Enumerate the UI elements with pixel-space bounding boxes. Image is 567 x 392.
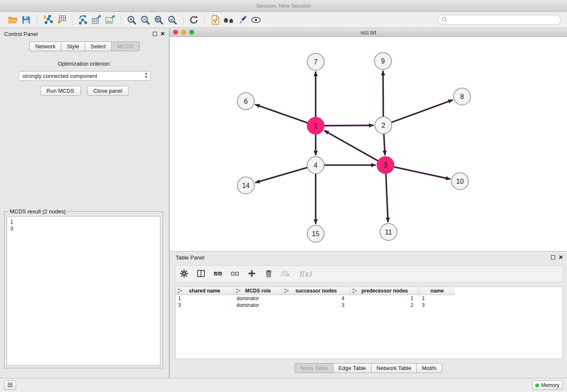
mcds-result-title: MCDS result (2 nodes) xyxy=(8,208,67,215)
tab-network[interactable]: Network xyxy=(29,41,61,51)
mcds-result-item[interactable]: 1 xyxy=(10,218,157,225)
search-input[interactable] xyxy=(450,17,557,23)
column-header-mcds-role[interactable]: MCDS role xyxy=(234,287,282,295)
sort-icon xyxy=(236,288,241,295)
graph-node-label-14: 14 xyxy=(242,182,250,189)
zoom-out-button[interactable] xyxy=(138,14,152,26)
import-table-button[interactable] xyxy=(55,14,68,26)
mcds-result-list[interactable]: 1 3 xyxy=(7,216,160,365)
cell-successor-nodes[interactable]: 3 xyxy=(282,302,350,309)
sort-icon xyxy=(284,288,289,295)
toolbar-separator xyxy=(121,14,121,25)
export-image-icon xyxy=(105,14,116,25)
cell-mcds-role[interactable]: dominator xyxy=(234,302,282,309)
column-header-successor-nodes[interactable]: successor nodes xyxy=(282,287,350,295)
float-table-panel-icon[interactable] xyxy=(551,255,555,259)
select-all-icon xyxy=(213,269,223,279)
network-canvas-svg[interactable]: 7968124314101511 xyxy=(170,37,567,251)
table-row[interactable]: 3 dominator 3 2 3 xyxy=(176,302,562,309)
graph-edge-3-1[interactable] xyxy=(324,130,379,161)
plus-icon xyxy=(247,269,256,279)
graph-edge-2-3[interactable] xyxy=(384,133,385,155)
select-all-button[interactable] xyxy=(213,269,223,279)
graph-node-label-6: 6 xyxy=(244,98,248,105)
tab-select[interactable]: Select xyxy=(85,41,112,51)
cell-shared-name[interactable]: 3 xyxy=(176,302,234,309)
tab-node-table[interactable]: Node Table xyxy=(295,363,333,373)
column-header-predecessor-nodes[interactable]: predecessor nodes xyxy=(350,287,419,295)
criterion-select[interactable]: strongly connected component xyxy=(19,71,151,81)
add-row-button[interactable] xyxy=(247,269,257,279)
memory-label: Memory xyxy=(541,382,559,388)
graph-edge-1-2[interactable] xyxy=(323,125,374,126)
search-field[interactable] xyxy=(438,15,561,25)
tab-motifs[interactable]: Motifs xyxy=(417,363,442,373)
graph-edge-3-10[interactable] xyxy=(393,167,451,179)
cell-name[interactable]: 3 xyxy=(419,302,455,309)
function-builder-button[interactable]: f(x) xyxy=(297,269,313,279)
column-header-name[interactable]: name xyxy=(419,287,455,295)
node-table-header: shared name MCDS role successor nodes pr… xyxy=(176,287,562,295)
tab-network-table[interactable]: Network Table xyxy=(372,363,417,373)
graph-node-label-4: 4 xyxy=(314,162,318,169)
zoom-in-button[interactable] xyxy=(125,14,138,26)
close-table-panel-icon[interactable]: × xyxy=(559,255,563,259)
graph-edge-3-11[interactable] xyxy=(386,173,388,222)
graph-edge-2-9[interactable] xyxy=(383,71,383,118)
tab-edge-table[interactable]: Edge Table xyxy=(333,363,372,373)
sort-icon xyxy=(352,288,357,295)
show-columns-button[interactable] xyxy=(196,269,206,279)
open-session-button[interactable] xyxy=(6,14,19,26)
run-mcds-button[interactable]: Run MCDS xyxy=(40,86,81,96)
paint-icon xyxy=(237,14,248,25)
zoom-fit-button[interactable] xyxy=(152,14,165,26)
export-network-icon xyxy=(77,14,88,25)
paint-style-button[interactable] xyxy=(236,14,249,26)
toolbar-separator xyxy=(183,14,183,25)
import-network-button[interactable] xyxy=(41,14,55,26)
window-titlebar: Session: New Session xyxy=(0,0,567,12)
cell-name[interactable]: 1 xyxy=(419,295,455,302)
export-table-button[interactable] xyxy=(90,14,103,26)
zoom-selected-icon xyxy=(167,14,178,25)
list-icon xyxy=(7,382,13,389)
criterion-selected-value: strongly connected component xyxy=(22,73,144,79)
cell-successor-nodes[interactable]: 4 xyxy=(282,295,350,302)
toolbar-separator xyxy=(204,14,205,25)
mcds-result-item[interactable]: 3 xyxy=(10,225,157,232)
network-window-titlebar[interactable]: scc.txt × − + xyxy=(170,28,567,37)
graph-node-label-9: 9 xyxy=(381,58,385,65)
graph-edge-4-14[interactable] xyxy=(255,167,308,183)
tab-style[interactable]: Style xyxy=(61,41,85,51)
graph-node-label-2: 2 xyxy=(382,122,385,129)
table-row[interactable]: 1 dominator 4 1 1 xyxy=(176,295,562,302)
cell-shared-name[interactable]: 1 xyxy=(176,295,234,302)
export-network-button[interactable] xyxy=(76,14,90,26)
cell-mcds-role[interactable]: dominator xyxy=(234,295,282,302)
close-panel-icon[interactable]: × xyxy=(161,32,165,36)
float-panel-icon[interactable] xyxy=(153,32,157,36)
deselect-all-button[interactable] xyxy=(230,269,240,279)
first-neighbors-button[interactable] xyxy=(222,14,236,26)
save-session-button[interactable] xyxy=(19,14,33,26)
task-history-button[interactable] xyxy=(4,381,16,390)
network-document-button[interactable] xyxy=(209,14,222,26)
export-image-button[interactable] xyxy=(103,14,117,26)
column-header-shared-name[interactable]: shared name xyxy=(176,287,234,295)
toolbar-separator xyxy=(72,14,72,25)
show-hide-button[interactable] xyxy=(249,14,263,26)
columns-icon xyxy=(196,269,206,279)
table-settings-button[interactable] xyxy=(179,269,189,279)
refresh-button[interactable] xyxy=(187,14,201,26)
cell-predecessor-nodes[interactable]: 1 xyxy=(350,295,419,302)
memory-button[interactable]: Memory xyxy=(532,381,563,390)
eye-icon xyxy=(250,14,262,25)
zoom-selected-button[interactable] xyxy=(165,14,179,26)
delete-row-button[interactable] xyxy=(264,269,274,279)
close-panel-button[interactable]: Close panel xyxy=(87,86,129,96)
delete-table-button[interactable] xyxy=(281,269,291,279)
graph-edge-1-6[interactable] xyxy=(255,105,308,123)
graph-edge-2-8[interactable] xyxy=(391,100,453,123)
cell-predecessor-nodes[interactable]: 2 xyxy=(350,302,419,309)
tab-mcds[interactable]: MCDS xyxy=(112,41,139,51)
